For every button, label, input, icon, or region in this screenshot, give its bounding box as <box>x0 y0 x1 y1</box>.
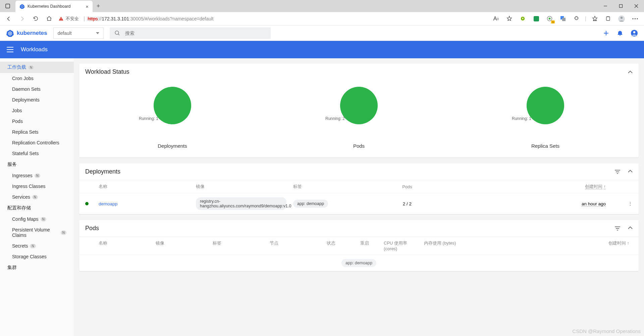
window-close-button[interactable] <box>629 0 644 12</box>
collapse-icon[interactable] <box>628 226 633 229</box>
sidebar-item[interactable]: Storage Classes <box>0 251 74 262</box>
sidebar-item[interactable]: Replication Controllers <box>0 137 74 148</box>
table-header: 名称 镜像 标签 Pods 创建时间 ↑ <box>79 180 639 193</box>
sidebar-item[interactable]: Jobs <box>0 105 74 116</box>
sidebar-item[interactable]: Daemon Sets <box>0 84 74 94</box>
svg-point-23 <box>637 18 638 19</box>
svg-point-37 <box>633 31 635 33</box>
ext-circle-icon[interactable] <box>543 13 556 25</box>
svg-rect-8 <box>61 19 61 20</box>
create-button[interactable] <box>603 30 609 37</box>
sidebar-item[interactable]: Persistent Volume Claims N <box>0 224 74 241</box>
namespace-value: default <box>58 30 72 36</box>
table-header: 名称 镜像 标签 节点 状态 重启 CPU 使用率 (cores) 内存使用 (… <box>79 237 639 255</box>
sidebar-group-cluster: 集群 <box>0 262 74 273</box>
table-row: app: demoapp <box>79 255 639 271</box>
svg-point-22 <box>634 18 635 19</box>
window-maximize-button[interactable] <box>613 0 629 12</box>
security-label: 不安全 <box>66 16 79 22</box>
svg-point-20 <box>621 16 623 18</box>
window-minimize-button[interactable] <box>598 0 613 12</box>
profile-icon[interactable] <box>615 13 628 25</box>
svg-rect-16 <box>606 17 609 20</box>
more-menu-icon[interactable] <box>629 13 641 25</box>
namespace-select[interactable]: default <box>53 27 104 39</box>
sidebar: 工作负载N Cron JobsDaemon SetsDeploymentsJob… <box>0 58 74 336</box>
collapse-icon[interactable] <box>628 170 633 173</box>
tab-title: Kubernetes Dashboard <box>28 4 83 9</box>
deployment-link[interactable]: demoapp <box>99 201 117 206</box>
warning-triangle-icon <box>58 16 64 21</box>
status-label: Running: 1 <box>512 116 551 121</box>
card-title: Pods <box>85 225 99 232</box>
status-label: Running: 1 <box>139 116 178 121</box>
svg-rect-4 <box>620 5 623 8</box>
kubernetes-icon <box>6 29 14 37</box>
tabs-overview-icon[interactable] <box>0 0 15 12</box>
filter-icon[interactable] <box>614 170 621 174</box>
pods-card: Pods 名称 镜像 标签 节点 状态 重启 CPU 使用率 (cores) 内… <box>79 220 639 271</box>
tab-close-icon[interactable]: × <box>86 4 89 9</box>
sidebar-item[interactable]: Cron Jobs <box>0 73 74 84</box>
ext-green-icon[interactable] <box>530 13 543 25</box>
forward-button[interactable] <box>16 13 28 25</box>
browser-tab[interactable]: Kubernetes Dashboard × <box>15 1 93 12</box>
table-row: demoappregistry.cn-hangzhou.aliyuncs.com… <box>79 193 639 214</box>
back-button[interactable] <box>3 13 15 25</box>
collections-icon[interactable] <box>602 13 614 25</box>
chevron-down-icon <box>96 32 99 34</box>
sidebar-item[interactable]: Secrets N <box>0 241 74 251</box>
address-separator: | <box>84 16 85 22</box>
extensions-icon[interactable] <box>570 13 583 25</box>
menu-hamburger-icon[interactable] <box>7 47 13 52</box>
refresh-button[interactable] <box>30 13 42 25</box>
svg-rect-7 <box>61 18 61 19</box>
ext-idm-icon[interactable] <box>517 13 529 25</box>
collapse-icon[interactable] <box>628 70 633 74</box>
read-aloud-icon[interactable]: A)) <box>490 13 502 25</box>
notifications-icon[interactable] <box>617 30 623 36</box>
image-chip: registry.cn-hangzhou.aliyuncs.com/raymon… <box>196 197 286 210</box>
status-label: Running: 2 <box>325 116 364 121</box>
card-title: Deployments <box>85 168 120 175</box>
favorite-icon[interactable] <box>503 13 516 25</box>
kubernetes-favicon-icon <box>19 4 25 9</box>
favorites-bar-icon[interactable] <box>588 13 601 25</box>
filter-icon[interactable] <box>614 226 621 231</box>
user-account-icon[interactable] <box>631 29 638 37</box>
sidebar-item[interactable]: Pods <box>0 116 74 127</box>
new-tab-button[interactable]: + <box>93 0 104 12</box>
sidebar-item[interactable]: Deployments <box>0 94 74 105</box>
card-title: Workload Status <box>85 68 129 75</box>
created-time: an hour ago <box>582 201 606 207</box>
sidebar-item[interactable]: Config Maps N <box>0 214 74 224</box>
n-badge: N <box>28 65 34 70</box>
security-warning[interactable]: 不安全 <box>58 16 79 22</box>
sidebar-item[interactable]: Ingresses N <box>0 170 74 181</box>
row-menu-icon[interactable]: ⋮ <box>623 201 633 206</box>
sidebar-item[interactable]: Replica Sets <box>0 127 74 137</box>
deployments-card: Deployments 名称 镜像 标签 Pods 创建时间 ↑ demoapp… <box>79 163 639 214</box>
svg-point-12 <box>549 18 551 20</box>
status-title: Pods <box>325 143 392 149</box>
kubernetes-logo[interactable]: kubernetes <box>6 29 47 37</box>
sidebar-item[interactable]: Ingress Classes <box>0 181 74 192</box>
search-icon <box>114 30 120 36</box>
sidebar-item-workloads[interactable]: 工作负载N <box>0 62 74 73</box>
url-display[interactable]: https://172.31.3.101:30005/#/workloads?n… <box>88 16 214 21</box>
sidebar-item[interactable]: Stateful Sets <box>0 148 74 159</box>
translate-icon[interactable] <box>557 13 570 25</box>
sidebar-item[interactable]: Services N <box>0 192 74 202</box>
sort-asc-icon[interactable]: ↑ <box>627 241 630 246</box>
sort-asc-icon[interactable]: ↑ <box>604 184 606 189</box>
svg-rect-10 <box>534 16 539 21</box>
svg-line-33 <box>118 34 119 35</box>
home-button[interactable] <box>43 13 55 25</box>
main-content: Workload Status Running: 1DeploymentsRun… <box>74 58 644 336</box>
search-input[interactable] <box>125 30 266 36</box>
status-dot-icon <box>85 202 89 205</box>
pods-count: 2 / 2 <box>387 201 427 206</box>
search-box[interactable] <box>110 27 271 39</box>
sidebar-group-config: 配置和存储 <box>0 202 74 214</box>
breadcrumb: Workloads <box>21 46 48 53</box>
